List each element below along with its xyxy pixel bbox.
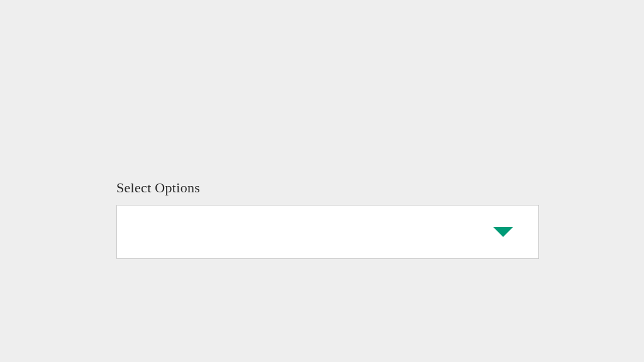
chevron-down-icon: [493, 227, 513, 237]
select-label: Select Options: [116, 180, 539, 196]
form-container: Select Options: [116, 180, 539, 259]
select-dropdown[interactable]: [116, 205, 539, 259]
